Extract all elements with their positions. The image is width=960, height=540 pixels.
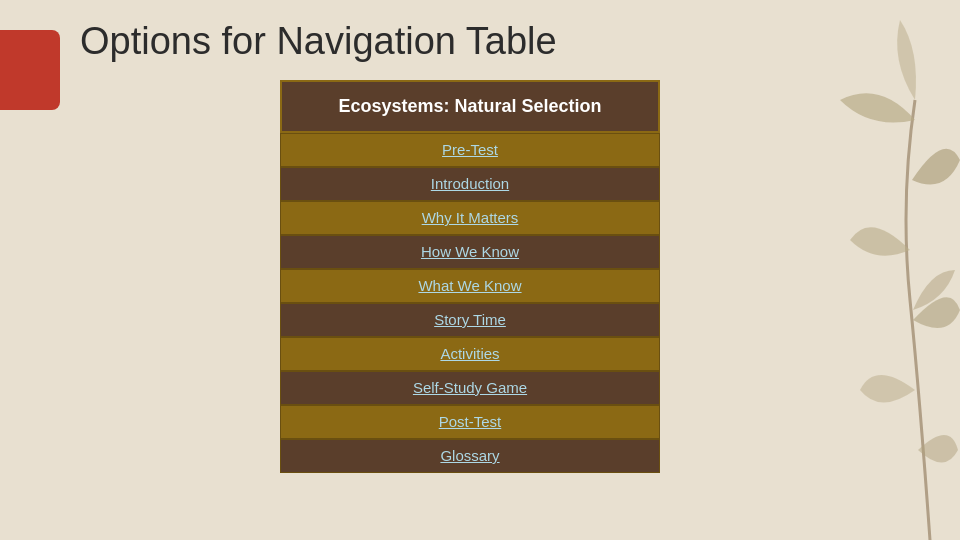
nav-link[interactable]: What We Know	[418, 277, 521, 294]
nav-link[interactable]: How We Know	[421, 243, 519, 260]
nav-row[interactable]: Glossary	[280, 439, 660, 473]
nav-link[interactable]: Post-Test	[439, 413, 502, 430]
nav-row[interactable]: Self-Study Game	[280, 371, 660, 405]
page-title: Options for Navigation Table	[80, 20, 557, 63]
nav-row[interactable]: Post-Test	[280, 405, 660, 439]
nav-table-header: Ecosystems: Natural Selection	[280, 80, 660, 133]
right-decoration	[800, 0, 960, 540]
nav-link[interactable]: Activities	[440, 345, 499, 362]
nav-row[interactable]: Activities	[280, 337, 660, 371]
nav-row[interactable]: Introduction	[280, 167, 660, 201]
nav-row[interactable]: How We Know	[280, 235, 660, 269]
nav-row[interactable]: Story Time	[280, 303, 660, 337]
nav-row[interactable]: Pre-Test	[280, 133, 660, 167]
nav-link[interactable]: Glossary	[440, 447, 499, 464]
nav-row[interactable]: Why It Matters	[280, 201, 660, 235]
nav-row[interactable]: What We Know	[280, 269, 660, 303]
nav-link[interactable]: Pre-Test	[442, 141, 498, 158]
navigation-table: Ecosystems: Natural Selection Pre-TestIn…	[280, 80, 660, 473]
nav-link[interactable]: Why It Matters	[422, 209, 519, 226]
nav-link[interactable]: Introduction	[431, 175, 509, 192]
left-tab-decoration	[0, 30, 60, 110]
nav-rows-container: Pre-TestIntroductionWhy It MattersHow We…	[280, 133, 660, 473]
nav-link[interactable]: Self-Study Game	[413, 379, 527, 396]
nav-link[interactable]: Story Time	[434, 311, 506, 328]
